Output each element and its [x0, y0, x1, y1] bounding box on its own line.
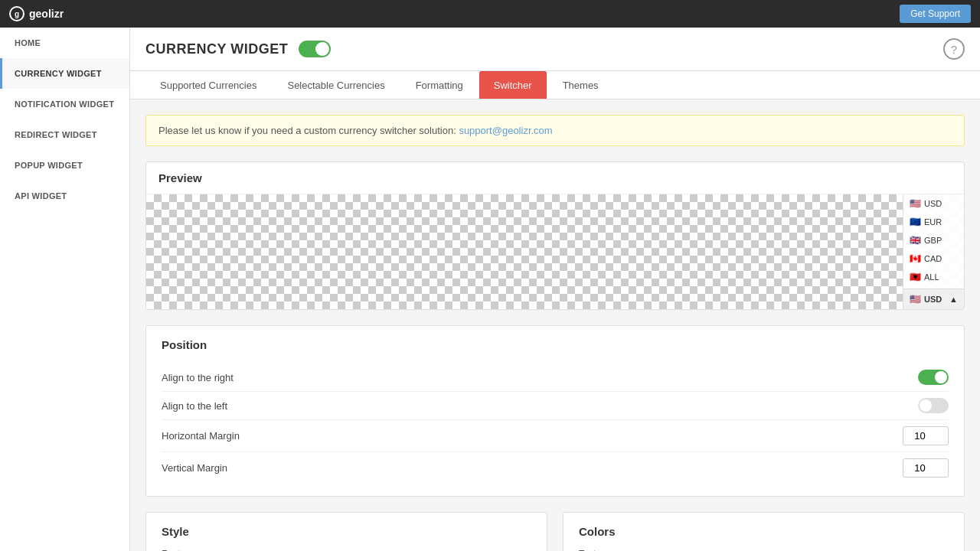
list-item: 🇦🇱 ALL — [903, 268, 964, 286]
selected-flag: 🇺🇸 — [910, 294, 921, 305]
currency-code-gbp: GBP — [924, 236, 942, 245]
flag-gbp: 🇬🇧 — [910, 235, 921, 246]
sidebar-item-redirect-widget[interactable]: REDIRECT WIDGET — [0, 119, 129, 150]
flag-usd: 🇺🇸 — [910, 198, 921, 209]
page-title: CURRENCY WIDGET — [145, 41, 288, 57]
colors-section: Colors Text: Background: — [563, 512, 965, 551]
currency-dropdown-preview[interactable]: 🇺🇸 USD 🇪🇺 EUR 🇬🇧 GBP — [903, 194, 964, 309]
page-content: Please let us know if you need a custom … — [130, 99, 980, 551]
currency-code-all: ALL — [924, 272, 939, 282]
tab-themes[interactable]: Themes — [548, 71, 613, 99]
logo-area: g geolizr — [9, 6, 64, 21]
tab-formatting[interactable]: Formatting — [401, 71, 478, 99]
preview-title: Preview — [146, 162, 964, 194]
align-left-label: Align to the left — [162, 400, 227, 412]
align-right-row: Align to the right — [162, 364, 949, 392]
flag-cad: 🇨🇦 — [910, 253, 921, 264]
sidebar-item-api-widget[interactable]: API WIDGET — [0, 181, 129, 211]
tab-supported-currencies[interactable]: Supported Currencies — [145, 71, 271, 99]
style-section: Style Font: Arial, Helvetica, sans-serif… — [145, 512, 547, 551]
colors-title: Colors — [579, 525, 949, 538]
logo-text: geolizr — [29, 8, 64, 20]
page-title-area: CURRENCY WIDGET — [145, 41, 331, 57]
list-item: 🇬🇧 GBP — [903, 231, 964, 249]
get-support-button[interactable]: Get Support — [900, 5, 971, 23]
horizontal-margin-row: Horizontal Margin — [162, 420, 949, 452]
alert-link[interactable]: support@geolizr.com — [459, 125, 552, 136]
preview-canvas: 🇺🇸 USD 🇪🇺 EUR 🇬🇧 GBP — [146, 194, 964, 309]
currency-code-usd: USD — [924, 199, 942, 208]
checker-background — [146, 194, 964, 309]
horizontal-margin-input[interactable] — [903, 426, 949, 445]
currency-code-cad: CAD — [924, 254, 942, 263]
align-right-label: Align to the right — [162, 372, 234, 383]
alert-banner: Please let us know if you need a custom … — [145, 115, 965, 146]
alert-text: Please let us know if you need a custom … — [158, 125, 456, 136]
tab-selectable-currencies[interactable]: Selectable Currencies — [273, 71, 399, 99]
list-item: 🇪🇺 EUR — [903, 213, 964, 231]
align-right-toggle[interactable] — [918, 370, 949, 385]
dropdown-arrow-icon: ▲ — [949, 295, 958, 304]
horizontal-margin-label: Horizontal Margin — [162, 430, 240, 442]
widget-enabled-toggle[interactable] — [299, 41, 331, 57]
vertical-margin-label: Vertical Margin — [162, 462, 227, 474]
vertical-margin-input[interactable] — [903, 458, 949, 478]
flag-all: 🇦🇱 — [910, 272, 921, 282]
sidebar-item-home[interactable]: HOME — [0, 28, 129, 58]
list-item: 🇺🇸 USD — [903, 194, 964, 213]
align-left-toggle[interactable] — [918, 398, 949, 413]
flag-eur: 🇪🇺 — [910, 217, 921, 227]
style-title: Style — [162, 525, 531, 538]
position-section: Position Align to the right Align to the… — [145, 325, 965, 497]
selected-code: USD — [924, 295, 942, 304]
currency-code-eur: EUR — [924, 217, 942, 227]
currency-selected-display[interactable]: 🇺🇸 USD ▲ — [903, 289, 964, 309]
tab-switcher[interactable]: Switcher — [479, 71, 547, 99]
style-colors-row: Style Font: Arial, Helvetica, sans-serif… — [145, 512, 965, 551]
sidebar-item-currency-widget[interactable]: CURRENCY WIDGET — [0, 58, 129, 89]
currency-list: 🇺🇸 USD 🇪🇺 EUR 🇬🇧 GBP — [903, 194, 964, 289]
sidebar: HOME CURRENCY WIDGET NOTIFICATION WIDGET… — [0, 28, 130, 551]
list-item: 🇨🇦 CAD — [903, 249, 964, 268]
help-icon[interactable]: ? — [943, 38, 965, 60]
page-header: CURRENCY WIDGET ? — [130, 28, 980, 71]
align-left-row: Align to the left — [162, 392, 949, 420]
content-area: CURRENCY WIDGET ? Supported Currencies S… — [130, 28, 980, 551]
sidebar-item-popup-widget[interactable]: POPUP WIDGET — [0, 150, 129, 181]
vertical-margin-row: Vertical Margin — [162, 452, 949, 484]
tabs-bar: Supported Currencies Selectable Currenci… — [130, 71, 980, 99]
position-title: Position — [162, 338, 949, 351]
logo-icon: g — [9, 6, 24, 21]
main-layout: HOME CURRENCY WIDGET NOTIFICATION WIDGET… — [0, 28, 980, 551]
preview-section: Preview 🇺🇸 USD 🇪🇺 EUR — [145, 161, 965, 310]
sidebar-item-notification-widget[interactable]: NOTIFICATION WIDGET — [0, 89, 129, 119]
topbar: g geolizr Get Support — [0, 0, 980, 28]
